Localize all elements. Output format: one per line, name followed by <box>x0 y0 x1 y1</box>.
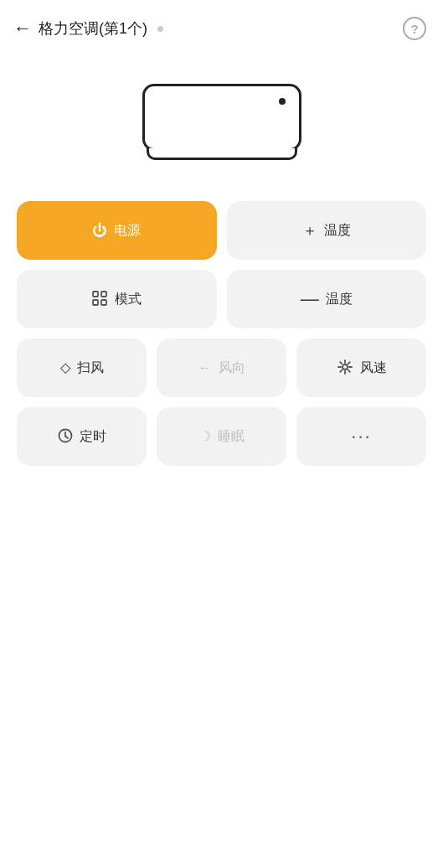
sleep-icon: ☽ <box>199 430 211 443</box>
temp-down-button[interactable]: — 温度 <box>227 270 427 328</box>
header-left: ← 格力空调(第1个) <box>13 18 163 39</box>
button-row-2: 模式 — 温度 <box>17 270 426 328</box>
button-row-4: 定时 ☽ 睡眠 ··· <box>17 407 426 466</box>
svg-line-12 <box>340 369 342 371</box>
wind-dir-button[interactable]: ← 风向 <box>157 338 286 397</box>
ac-body <box>142 84 301 151</box>
power-button[interactable]: ⏻ 电源 <box>17 201 217 260</box>
mode-button[interactable]: 模式 <box>17 270 217 328</box>
sweep-label: 扫风 <box>77 359 104 377</box>
wind-speed-button[interactable]: 风速 <box>296 338 426 397</box>
status-dot <box>157 26 163 32</box>
sleep-button[interactable]: ☽ 睡眠 <box>157 407 286 466</box>
ac-bottom-strip <box>147 148 297 160</box>
temp-down-label: 温度 <box>326 291 353 308</box>
wind-speed-icon <box>337 359 353 378</box>
timer-button[interactable]: 定时 <box>17 407 147 466</box>
more-button[interactable]: ··· <box>296 407 426 466</box>
plus-icon: ＋ <box>302 223 317 238</box>
svg-rect-3 <box>101 300 106 305</box>
header: ← 格力空调(第1个) ? <box>0 0 443 50</box>
wind-dir-label: 风向 <box>219 359 245 377</box>
ac-unit-image <box>142 84 301 159</box>
svg-line-10 <box>348 369 349 371</box>
ac-indicator-dot <box>279 98 286 105</box>
svg-rect-0 <box>93 292 98 297</box>
timer-label: 定时 <box>80 428 106 446</box>
more-icon: ··· <box>351 427 371 446</box>
help-button[interactable]: ? <box>403 17 426 40</box>
power-icon: ⏻ <box>92 223 107 238</box>
wind-dir-icon: ← <box>198 361 212 375</box>
svg-line-9 <box>340 362 342 364</box>
page-title: 格力空调(第1个) <box>39 18 147 39</box>
svg-point-4 <box>343 364 348 369</box>
sweep-button[interactable]: ◇ 扫风 <box>17 338 147 397</box>
wind-speed-label: 风速 <box>360 359 387 377</box>
power-label: 电源 <box>114 222 141 240</box>
timer-icon <box>58 428 73 446</box>
button-row-1: ⏻ 电源 ＋ 温度 <box>17 201 426 260</box>
mode-label: 模式 <box>115 291 142 308</box>
svg-rect-2 <box>93 300 98 305</box>
svg-line-15 <box>65 436 68 438</box>
svg-rect-1 <box>101 292 106 297</box>
ac-image-area <box>0 50 443 201</box>
back-button[interactable]: ← <box>13 19 32 38</box>
button-grid: ⏻ 电源 ＋ 温度 模式 — 温度 ◇ <box>0 201 443 466</box>
temp-up-button[interactable]: ＋ 温度 <box>227 201 427 260</box>
sweep-icon: ◇ <box>60 361 70 375</box>
mode-icon <box>91 290 108 309</box>
sleep-label: 睡眠 <box>218 428 245 446</box>
svg-line-11 <box>348 362 349 364</box>
minus-icon: — <box>301 290 319 308</box>
button-row-3: ◇ 扫风 ← 风向 风速 <box>17 338 426 397</box>
temp-up-label: 温度 <box>324 222 351 240</box>
